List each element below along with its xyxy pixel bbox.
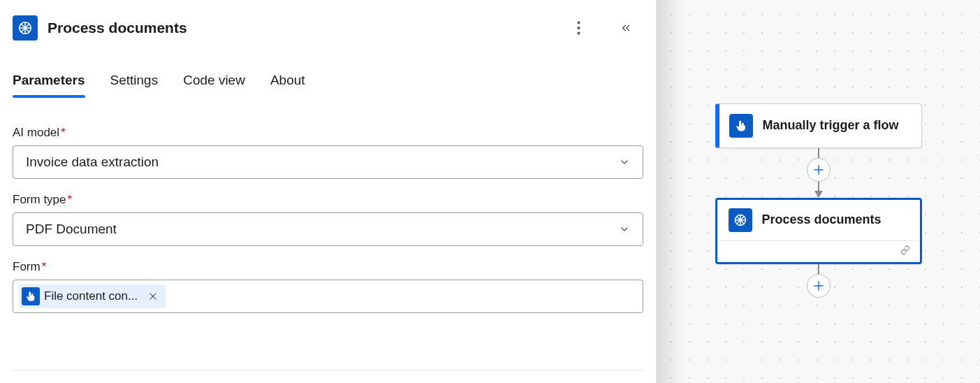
field-form-type: Form type* PDF Document <box>13 193 643 246</box>
flow-column: Manually trigger a flow <box>715 103 922 298</box>
label-form: Form* <box>13 260 643 274</box>
node-title: Manually trigger a flow <box>763 117 899 133</box>
touch-icon <box>22 287 40 305</box>
remove-token-button[interactable] <box>145 288 161 305</box>
tab-about[interactable]: About <box>270 73 305 95</box>
add-step-button[interactable] <box>807 274 831 298</box>
plus-icon <box>812 280 825 292</box>
connector <box>807 148 831 198</box>
node-process-documents[interactable]: Process documents <box>715 198 922 264</box>
panel-header: Process documents <box>13 15 643 41</box>
node-top-row: Process documents <box>717 200 920 241</box>
connector <box>807 264 831 298</box>
field-ai-model: AI model* Invoice data extraction <box>13 126 643 179</box>
label-form-text: Form <box>13 260 41 273</box>
svg-point-1 <box>577 22 580 24</box>
connector-line <box>818 182 819 192</box>
required-asterisk: * <box>42 260 47 273</box>
node-manual-trigger[interactable]: Manually trigger a flow <box>715 103 922 148</box>
ai-builder-icon <box>13 15 38 41</box>
tabs-bar: Parameters Settings Code view About <box>13 73 643 95</box>
chevron-down-icon <box>619 157 630 168</box>
add-step-button[interactable] <box>807 158 831 182</box>
label-ai-model-text: AI model <box>13 126 59 139</box>
flow-canvas[interactable]: Manually trigger a flow <box>657 0 980 383</box>
touch-icon <box>729 114 753 138</box>
select-ai-model-value: Invoice data extraction <box>26 154 159 170</box>
select-form-type[interactable]: PDF Document <box>13 212 643 246</box>
chevrons-left-icon <box>620 22 632 34</box>
field-form: Form* File content con... <box>13 260 643 313</box>
connector-line <box>818 264 819 274</box>
tab-parameters[interactable]: Parameters <box>13 73 85 95</box>
label-form-type-text: Form type <box>13 193 66 206</box>
link-icon <box>899 245 912 258</box>
node-title: Process documents <box>762 212 882 228</box>
header-actions <box>568 17 643 38</box>
select-form-type-value: PDF Document <box>26 222 117 237</box>
required-asterisk: * <box>61 126 66 139</box>
canvas-shadow <box>657 0 685 383</box>
token-label: File content con... <box>44 289 138 303</box>
ai-builder-icon <box>729 208 752 232</box>
token-file-content[interactable]: File content con... <box>19 284 166 308</box>
panel-title: Process documents <box>47 20 558 36</box>
svg-point-2 <box>577 27 580 29</box>
select-ai-model[interactable]: Invoice data extraction <box>13 145 643 179</box>
close-icon <box>148 291 158 301</box>
input-form[interactable]: File content con... <box>13 280 643 313</box>
label-form-type: Form type* <box>13 193 643 207</box>
connector-line <box>818 148 819 158</box>
more-options-button[interactable] <box>568 17 589 38</box>
plus-icon <box>812 164 825 176</box>
tab-code-view[interactable]: Code view <box>183 73 245 95</box>
connector-arrow <box>814 191 823 198</box>
svg-point-3 <box>577 32 580 35</box>
vertical-dots-icon <box>577 21 580 35</box>
panel-divider <box>13 370 643 370</box>
node-bottom-row <box>717 241 920 262</box>
collapse-panel-button[interactable] <box>615 17 636 38</box>
label-ai-model: AI model* <box>13 126 643 140</box>
tab-settings[interactable]: Settings <box>110 73 159 95</box>
chevron-down-icon <box>619 224 630 235</box>
action-config-panel: Process documents Parameters Settings Co… <box>0 0 657 383</box>
required-asterisk: * <box>68 193 73 206</box>
